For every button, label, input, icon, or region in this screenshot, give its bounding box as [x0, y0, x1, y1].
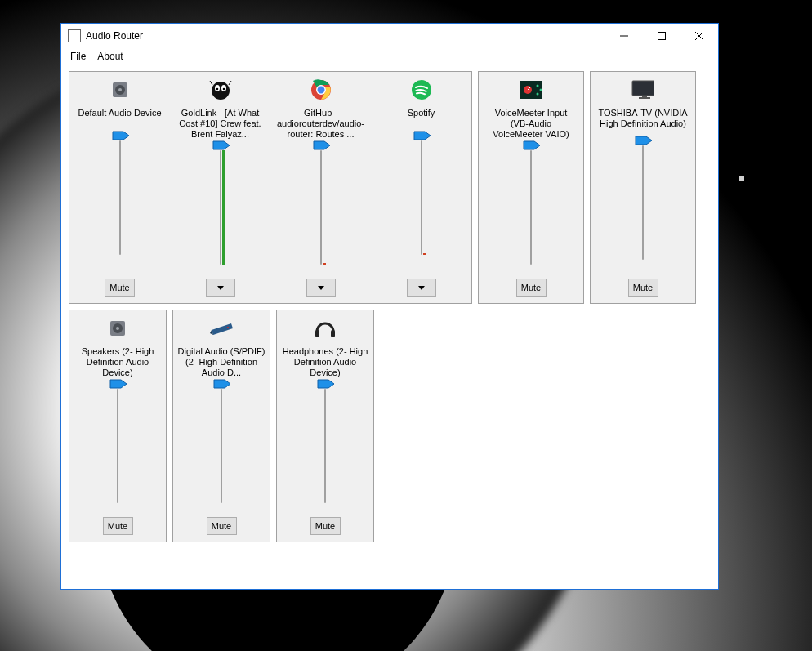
svg-point-27: [116, 327, 119, 330]
mute-button[interactable]: Mute: [207, 517, 237, 535]
session-label: Speakers (2- High Definition Audio Devic…: [73, 346, 163, 378]
menu-about[interactable]: About: [91, 50, 128, 63]
slider-thumb-icon[interactable]: [212, 140, 230, 150]
speaker-icon: [106, 317, 129, 340]
mute-button[interactable]: Mute: [516, 279, 547, 297]
slider-thumb-icon[interactable]: [213, 379, 231, 389]
close-button[interactable]: [680, 24, 718, 48]
svg-point-19: [537, 85, 539, 87]
svg-rect-24: [639, 97, 650, 99]
svg-rect-22: [632, 81, 654, 96]
speaker-icon: [109, 78, 132, 101]
title-bar[interactable]: Audio Router: [61, 24, 718, 48]
session-github: GitHub - audiorouterdev/audio-router: Ro…: [270, 72, 371, 303]
session-label: Default Audio Device: [78, 108, 161, 119]
window-title: Audio Router: [86, 30, 143, 42]
volume-slider[interactable]: [221, 389, 222, 503]
chrome-icon: [310, 78, 332, 101]
svg-point-20: [540, 89, 542, 91]
minimize-button[interactable]: [605, 24, 643, 48]
window-controls: [605, 24, 718, 48]
session-label: Spotify: [408, 108, 435, 119]
svg-point-7: [212, 82, 230, 100]
volume-slider[interactable]: [642, 145, 644, 260]
mute-button[interactable]: Mute: [310, 517, 341, 535]
device-group-headphones: Headphones (2- High Definition Audio Dev…: [276, 310, 374, 542]
session-label: Headphones (2- High Definition Audio Dev…: [280, 346, 370, 378]
device-group-spdif: Digital Audio (S/PDIF) (2- High Definiti…: [172, 310, 270, 542]
slider-thumb-icon[interactable]: [112, 131, 130, 140]
svg-rect-30: [331, 330, 335, 337]
session-label: Digital Audio (S/PDIF) (2- High Definiti…: [176, 346, 266, 378]
svg-point-21: [537, 93, 539, 96]
svg-rect-29: [315, 330, 319, 337]
device-group-default: Default Audio Device Mute GoldLink - [At…: [69, 71, 472, 304]
session-spdif: Digital Audio (S/PDIF) (2- High Definiti…: [173, 310, 270, 542]
session-label: TOSHIBA-TV (NVIDIA High Definition Audio…: [598, 108, 688, 129]
session-speakers: Speakers (2- High Definition Audio Devic…: [69, 310, 166, 542]
headphones-icon: [314, 317, 337, 340]
device-group-toshiba: TOSHIBA-TV (NVIDIA High Definition Audio…: [590, 71, 696, 304]
route-dropdown-button[interactable]: [306, 279, 336, 297]
volume-slider[interactable]: [117, 389, 118, 503]
svg-point-28: [227, 327, 229, 328]
session-default: Default Audio Device Mute: [69, 72, 170, 303]
slider-thumb-icon[interactable]: [313, 140, 331, 150]
svg-point-14: [317, 87, 324, 94]
level-meter: [222, 150, 225, 265]
session-headphones: Headphones (2- High Definition Audio Dev…: [277, 310, 373, 542]
chevron-down-icon: [217, 286, 224, 290]
spdif-icon: [210, 317, 233, 340]
maximize-button[interactable]: [643, 24, 680, 48]
volume-slider[interactable]: [324, 389, 326, 503]
level-meter: [423, 140, 426, 255]
slider-thumb-icon[interactable]: [109, 379, 127, 389]
svg-point-10: [216, 88, 218, 91]
session-label: GoldLink - [At What Cost #10] Crew feat.…: [176, 108, 265, 140]
volume-slider[interactable]: [119, 140, 121, 255]
svg-rect-1: [658, 33, 666, 40]
client-area: Default Audio Device Mute GoldLink - [At…: [64, 66, 716, 586]
device-group-voicemeeter: VoiceMeeter Input (VB-Audio VoiceMeeter …: [478, 71, 584, 304]
menu-file[interactable]: File: [65, 50, 91, 63]
chevron-down-icon: [418, 286, 425, 290]
voicemeeter-icon: [520, 78, 542, 101]
session-toshiba: TOSHIBA-TV (NVIDIA High Definition Audio…: [591, 72, 695, 303]
slider-thumb-icon[interactable]: [523, 140, 541, 150]
chevron-down-icon: [318, 286, 324, 290]
app-icon: [68, 29, 81, 42]
slider-thumb-icon[interactable]: [317, 379, 335, 389]
spotify-icon: [410, 78, 433, 101]
session-label: GitHub - audiorouterdev/audio-router: Ro…: [276, 108, 366, 140]
slider-thumb-icon[interactable]: [635, 136, 653, 145]
svg-point-6: [118, 88, 122, 91]
volume-slider[interactable]: [530, 150, 532, 265]
mute-button[interactable]: Mute: [628, 279, 658, 297]
session-voicemeeter: VoiceMeeter Input (VB-Audio VoiceMeeter …: [479, 72, 583, 303]
mute-button[interactable]: Mute: [103, 517, 133, 535]
session-goldlink: GoldLink - [At What Cost #10] Crew feat.…: [170, 72, 270, 303]
device-group-speakers: Speakers (2- High Definition Audio Devic…: [69, 310, 167, 542]
route-dropdown-button[interactable]: [206, 279, 235, 297]
svg-rect-23: [642, 96, 647, 97]
session-spotify: Spotify: [371, 72, 471, 303]
volume-slider[interactable]: [421, 140, 422, 255]
volume-slider[interactable]: [320, 150, 322, 265]
session-label: VoiceMeeter Input (VB-Audio VoiceMeeter …: [486, 108, 576, 140]
svg-point-11: [222, 88, 225, 91]
mute-button[interactable]: Mute: [105, 279, 135, 297]
slider-thumb-icon[interactable]: [413, 131, 431, 140]
foobar-icon: [209, 78, 232, 101]
tv-icon: [631, 78, 654, 101]
level-meter: [323, 150, 326, 265]
app-window: Audio Router File About Default Audio D: [60, 23, 719, 590]
route-dropdown-button[interactable]: [407, 279, 436, 297]
menu-bar: File About: [61, 48, 718, 64]
volume-slider[interactable]: [220, 150, 221, 265]
